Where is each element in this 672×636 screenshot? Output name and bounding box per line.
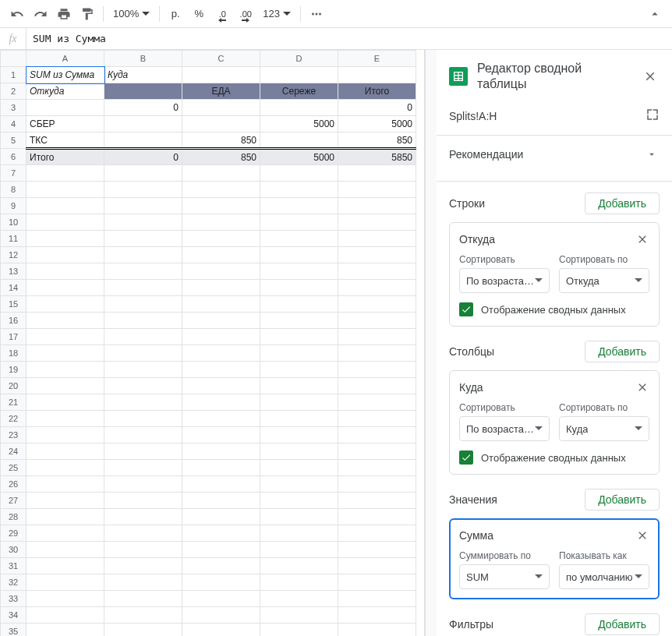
cell[interactable]: [104, 460, 182, 476]
cell[interactable]: Откуда: [27, 83, 104, 100]
cell[interactable]: [182, 182, 260, 198]
cell[interactable]: [338, 263, 416, 280]
cell[interactable]: [260, 100, 338, 116]
cell[interactable]: [104, 542, 182, 558]
cell[interactable]: [104, 411, 182, 427]
cell[interactable]: SUM из Сумма: [27, 67, 104, 83]
cell[interactable]: [338, 329, 416, 345]
row-header[interactable]: 14: [1, 280, 27, 296]
cell[interactable]: 5000: [260, 116, 338, 132]
cell[interactable]: [27, 345, 104, 362]
cell[interactable]: ТКС: [27, 132, 104, 149]
cell[interactable]: [27, 247, 104, 263]
cell[interactable]: [260, 247, 338, 263]
cell[interactable]: [182, 280, 260, 296]
close-panel-button[interactable]: [641, 67, 660, 86]
cell[interactable]: [182, 411, 260, 427]
cell[interactable]: [182, 67, 260, 83]
paint-format-button[interactable]: [76, 3, 98, 25]
select-all-corner[interactable]: [1, 51, 27, 67]
row-header[interactable]: 22: [1, 411, 27, 427]
row-header[interactable]: 29: [1, 525, 27, 542]
cell[interactable]: [260, 313, 338, 329]
row-header[interactable]: 30: [1, 542, 27, 558]
cell[interactable]: [260, 525, 338, 542]
redo-button[interactable]: [30, 3, 51, 25]
cell[interactable]: [338, 198, 416, 214]
cell[interactable]: [338, 542, 416, 558]
cell[interactable]: 0: [338, 100, 416, 116]
cell[interactable]: [182, 214, 260, 231]
cell[interactable]: [27, 427, 104, 443]
cell[interactable]: 850: [182, 149, 260, 165]
row-header[interactable]: 20: [1, 378, 27, 394]
cell[interactable]: [260, 476, 338, 493]
cell[interactable]: [182, 509, 260, 525]
cell[interactable]: [182, 542, 260, 558]
cell[interactable]: [338, 574, 416, 591]
row-header[interactable]: 8: [1, 182, 27, 198]
cell[interactable]: [104, 313, 182, 329]
cell[interactable]: [104, 493, 182, 509]
cell[interactable]: [104, 116, 182, 132]
cell[interactable]: [104, 607, 182, 624]
add-col-field-button[interactable]: Добавить: [585, 341, 660, 362]
cell[interactable]: [338, 493, 416, 509]
cell[interactable]: [338, 378, 416, 394]
cell[interactable]: [338, 558, 416, 574]
cell[interactable]: [104, 231, 182, 247]
cell[interactable]: [27, 460, 104, 476]
cell[interactable]: [27, 411, 104, 427]
cell[interactable]: Итого: [338, 83, 416, 100]
undo-button[interactable]: [6, 3, 28, 25]
add-value-field-button[interactable]: Добавить: [585, 489, 660, 511]
cell[interactable]: [338, 411, 416, 427]
row-header[interactable]: 18: [1, 345, 27, 362]
cell[interactable]: [338, 509, 416, 525]
cell[interactable]: [182, 558, 260, 574]
cell[interactable]: [182, 165, 260, 182]
cell[interactable]: [260, 231, 338, 247]
cell[interactable]: 0: [104, 149, 182, 165]
cell[interactable]: [27, 443, 104, 460]
row-header[interactable]: 27: [1, 493, 27, 509]
row-header[interactable]: 32: [1, 574, 27, 591]
cell[interactable]: [104, 378, 182, 394]
cell[interactable]: [104, 624, 182, 637]
cell[interactable]: [260, 411, 338, 427]
cell[interactable]: [338, 476, 416, 493]
cell[interactable]: [338, 394, 416, 411]
more-button[interactable]: [306, 3, 327, 25]
cell[interactable]: [338, 525, 416, 542]
cell[interactable]: 5000: [260, 149, 338, 165]
cell[interactable]: [260, 542, 338, 558]
cell[interactable]: [104, 443, 182, 460]
sort-order-select[interactable]: По возрастан...: [459, 268, 550, 293]
cell[interactable]: [104, 574, 182, 591]
cell[interactable]: [338, 165, 416, 182]
cell[interactable]: [338, 67, 416, 83]
currency-button[interactable]: р.: [164, 3, 186, 25]
cell[interactable]: [338, 247, 416, 263]
cell[interactable]: [104, 427, 182, 443]
cell[interactable]: [338, 296, 416, 313]
cell[interactable]: [104, 132, 182, 149]
cell[interactable]: [104, 165, 182, 182]
cell[interactable]: [27, 296, 104, 313]
formula-value[interactable]: SUM из Сумма: [27, 33, 112, 44]
cell[interactable]: [27, 182, 104, 198]
cell[interactable]: [27, 574, 104, 591]
cell[interactable]: [338, 214, 416, 231]
row-header[interactable]: 11: [1, 231, 27, 247]
cell[interactable]: [27, 607, 104, 624]
cell[interactable]: 5850: [338, 149, 416, 165]
cell[interactable]: [104, 509, 182, 525]
cell[interactable]: 5000: [338, 116, 416, 132]
cell[interactable]: [338, 624, 416, 637]
cell[interactable]: [182, 378, 260, 394]
cell[interactable]: [104, 329, 182, 345]
decrease-decimal-button[interactable]: .0: [211, 3, 233, 25]
cell[interactable]: [182, 116, 260, 132]
row-header[interactable]: 5: [1, 132, 27, 149]
cell[interactable]: [104, 214, 182, 231]
